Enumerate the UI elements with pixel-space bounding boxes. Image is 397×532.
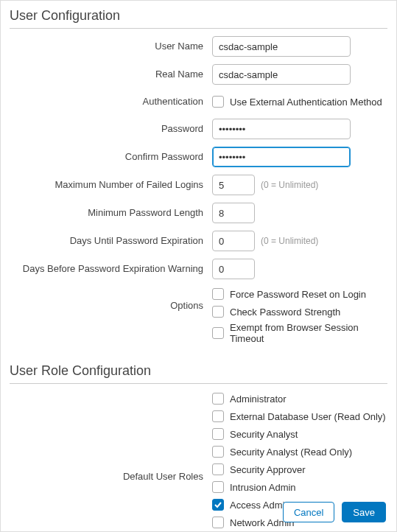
role-6-checkbox[interactable] — [212, 499, 224, 511]
label-authentication: Authentication — [10, 96, 212, 108]
min-pwd-len-input[interactable] — [212, 203, 255, 223]
role-0-checkbox[interactable] — [212, 393, 224, 405]
option-1-label: Check Password Strength — [230, 307, 340, 318]
auth-external-label: Use External Authentication Method — [230, 97, 382, 108]
role-4-checkbox[interactable] — [212, 463, 224, 475]
role-7-checkbox[interactable] — [212, 517, 224, 528]
confirm-password-input[interactable] — [212, 147, 351, 167]
option-1-row: Check Password Strength — [212, 304, 340, 319]
options-checkbox-group: Force Password Reset on LoginCheck Passw… — [212, 287, 387, 344]
role-3-row: Security Analyst (Read Only) — [212, 444, 352, 459]
role-1-row: External Database User (Read Only) — [212, 409, 386, 424]
role-6-label: Access Admin — [230, 500, 290, 511]
label-days-expire: Days Until Password Expiration — [10, 235, 212, 248]
label-max-failed: Maximum Number of Failed Logins — [10, 179, 212, 192]
days-expire-input[interactable] — [212, 231, 255, 251]
hint-unlimited-1: (0 = Unlimited) — [261, 180, 318, 190]
role-1-label: External Database User (Read Only) — [230, 411, 386, 422]
label-default-roles: Default User Roles — [10, 391, 212, 483]
label-days-warn: Days Before Password Expiration Warning — [10, 263, 212, 276]
password-input[interactable] — [212, 119, 351, 139]
days-warn-input[interactable] — [212, 259, 255, 279]
max-failed-input[interactable] — [212, 175, 255, 195]
label-user-name: User Name — [10, 41, 212, 53]
role-5-checkbox[interactable] — [212, 481, 224, 493]
role-0-label: Administrator — [230, 393, 287, 405]
section-title-role-config: User Role Configuration — [10, 363, 387, 384]
section-title-user-config: User Configuration — [10, 8, 387, 29]
label-min-pwd-len: Minimum Password Length — [10, 207, 212, 220]
option-2-label: Exempt from Browser Session Timeout — [230, 322, 387, 344]
label-confirm-password: Confirm Password — [10, 151, 212, 164]
role-4-row: Security Approver — [212, 462, 306, 477]
label-real-name: Real Name — [10, 69, 212, 81]
role-2-checkbox[interactable] — [212, 428, 224, 440]
option-0-label: Force Password Reset on Login — [230, 289, 366, 300]
footer-buttons: Cancel Save — [283, 502, 386, 522]
label-password: Password — [10, 123, 212, 136]
role-3-label: Security Analyst (Read Only) — [230, 447, 352, 458]
cancel-button[interactable]: Cancel — [283, 502, 334, 522]
option-2-checkbox[interactable] — [212, 327, 224, 339]
user-name-input[interactable] — [212, 36, 351, 57]
role-5-label: Intrusion Admin — [230, 482, 296, 493]
option-0-checkbox[interactable] — [212, 288, 224, 300]
option-1-checkbox[interactable] — [212, 306, 224, 318]
role-0-row: Administrator — [212, 391, 287, 406]
option-2-row: Exempt from Browser Session Timeout — [212, 322, 387, 344]
real-name-input[interactable] — [212, 64, 351, 85]
role-5-row: Intrusion Admin — [212, 480, 296, 494]
label-options: Options — [10, 287, 212, 312]
role-2-row: Security Analyst — [212, 427, 298, 441]
save-button[interactable]: Save — [342, 502, 386, 522]
role-1-checkbox[interactable] — [212, 410, 224, 422]
role-4-label: Security Approver — [230, 464, 306, 475]
role-3-checkbox[interactable] — [212, 446, 224, 458]
role-6-row: Access Admin — [212, 497, 290, 512]
check-icon — [214, 500, 222, 509]
hint-unlimited-2: (0 = Unlimited) — [261, 236, 318, 246]
option-0-row: Force Password Reset on Login — [212, 287, 366, 301]
role-7-row: Network Admin — [212, 515, 294, 530]
role-2-label: Security Analyst — [230, 429, 298, 440]
auth-external-checkbox[interactable] — [212, 96, 224, 108]
